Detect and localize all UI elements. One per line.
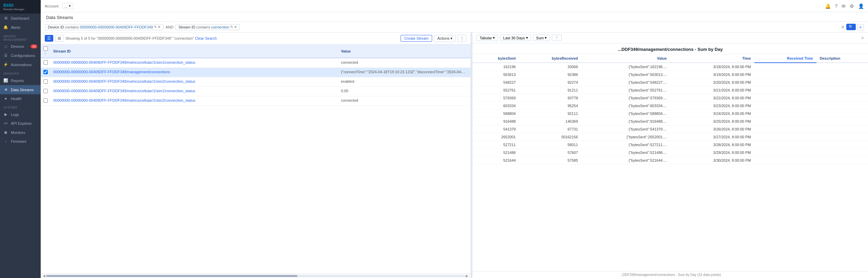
- description-cell: [816, 63, 868, 71]
- right-panel-header: Tabular ▾ Last 30 Days ▾ Sum ▾ ⋮ ×: [472, 33, 868, 43]
- more-options-button[interactable]: ⋮: [458, 35, 466, 42]
- list-view-button[interactable]: ☰: [45, 35, 53, 42]
- filter2-edit-icon[interactable]: ✎: [230, 25, 233, 29]
- sidebar-item-label: Devices: [11, 44, 24, 48]
- tabular-view-button[interactable]: Tabular ▾: [477, 35, 498, 41]
- stream-id-column-header[interactable]: Stream ID: [51, 44, 338, 58]
- metrics-table-row[interactable]: 162196 33066 {"bytesSent":162196.... 3/1…: [472, 63, 868, 71]
- clear-link[interactable]: Clear: [195, 36, 204, 40]
- bytes-received-cell: 93778: [519, 94, 581, 102]
- help-icon[interactable]: ?: [835, 3, 837, 9]
- filter-remove-icon[interactable]: ✕: [158, 25, 160, 29]
- filter-pill-device-id[interactable]: Device ID contains 00000000-00000000-004…: [45, 24, 163, 30]
- sidebar-item-health[interactable]: ♥ Health: [0, 94, 41, 103]
- user-icon[interactable]: 👤: [858, 3, 864, 9]
- sum-button[interactable]: Sum ▾: [533, 35, 550, 41]
- description-cell: [816, 133, 868, 141]
- search-link[interactable]: Search: [205, 36, 217, 40]
- bytes-received-cell: 57607: [519, 149, 581, 157]
- stream-id-cell[interactable]: 00000000-00000000-00409DFF-FFDDF349/metr…: [51, 96, 338, 106]
- sidebar-item-logs[interactable]: ▶ Logs: [0, 110, 41, 119]
- stream-id-cell[interactable]: 00000000-00000000-00409DFF-FFDDF349/metr…: [51, 87, 338, 96]
- description-cell: [816, 86, 868, 94]
- table-row[interactable]: 00000000-00000000-00409DFF-FFDDF349/metr…: [41, 58, 470, 68]
- col-header-description[interactable]: Description: [816, 54, 868, 63]
- messages-icon[interactable]: ✉: [842, 3, 846, 9]
- filter-pill-stream-id[interactable]: Stream ID contains connection ✎ ✕: [175, 24, 240, 30]
- metrics-table-row[interactable]: 521644 57585 {"bytesSent":521644.... 3/3…: [472, 157, 868, 164]
- table-row[interactable]: 00000000-00000000-00409DFF-FFDDF349/metr…: [41, 77, 470, 87]
- table-row[interactable]: 00000000-00000000-00409DFF-FFDDF349/metr…: [41, 87, 470, 96]
- filter-edit-icon[interactable]: ✎: [154, 25, 157, 29]
- metrics-table-row[interactable]: 541379 67731 {"bytesSent":541379.... 3/2…: [472, 125, 868, 133]
- col-header-bytesSent[interactable]: bytesSent: [472, 54, 519, 63]
- table-row[interactable]: 00000000-00000000-00409DFF-FFDDF349/metr…: [41, 96, 470, 106]
- date-range-button[interactable]: Last 30 Days ▾: [500, 35, 531, 41]
- stream-id-cell[interactable]: 00000000-00000000-00409DFF-FFDDF349/mana…: [51, 68, 338, 77]
- right-panel-more-button[interactable]: ⋮: [552, 35, 562, 41]
- metrics-table-row[interactable]: 579369 93778 {"bytesSent":579369.... 3/2…: [472, 94, 868, 102]
- description-cell: [816, 157, 868, 164]
- select-all-checkbox[interactable]: [43, 46, 48, 51]
- bytes-received-cell: 91211: [519, 86, 581, 94]
- grid-view-button[interactable]: ⊞: [55, 35, 63, 42]
- devices-badge: 33: [31, 44, 37, 48]
- row-checkbox[interactable]: [43, 70, 48, 74]
- metrics-table-row[interactable]: 563013 92386 {"bytesSent":563013.... 3/1…: [472, 71, 868, 79]
- filter-search-button[interactable]: 🔍: [846, 24, 856, 30]
- sidebar-item-api-explorer[interactable]: </> API Explorer: [0, 119, 41, 128]
- metrics-table-row[interactable]: 552761 91211 {"bytesSent":552761.... 3/2…: [472, 86, 868, 94]
- create-stream-button[interactable]: Create Stream: [401, 35, 432, 42]
- scroll-right-arrow[interactable]: ▶: [465, 274, 469, 278]
- row-checkbox[interactable]: [43, 60, 48, 65]
- metrics-table-row[interactable]: 603334 95254 {"bytesSent":603334.... 3/2…: [472, 102, 868, 110]
- sidebar-item-configurations[interactable]: ☰ Configurations: [0, 51, 41, 60]
- row-checkbox[interactable]: [43, 79, 48, 84]
- stream-id-cell[interactable]: 00000000-00000000-00409DFF-FFDDF349/metr…: [51, 58, 338, 68]
- scroll-left-arrow[interactable]: ◀: [42, 274, 46, 278]
- metrics-table-row[interactable]: 521486 57607 {"bytesSent":521486.... 3/2…: [472, 149, 868, 157]
- filter2-remove-icon[interactable]: ✕: [234, 25, 237, 29]
- col-header-bytesReceived[interactable]: bytesReceived: [519, 54, 581, 63]
- horizontal-scrollbar[interactable]: ◀ ▶: [41, 273, 470, 278]
- sidebar-item-dashboard[interactable]: ⊞ Dashboard: [0, 14, 41, 23]
- value-cell: {"bytesSent":521644....: [581, 157, 670, 164]
- value-column-header[interactable]: Value: [338, 44, 470, 58]
- notifications-icon[interactable]: 🔔: [825, 3, 831, 9]
- metrics-table-row[interactable]: 527211 58011 {"bytesSent":527211.... 3/2…: [472, 141, 868, 149]
- row-checkbox[interactable]: [43, 98, 48, 103]
- col-header-receivedTime[interactable]: Received Time: [754, 54, 816, 63]
- right-panel: Tabular ▾ Last 30 Days ▾ Sum ▾ ⋮ × ...DD…: [472, 33, 868, 278]
- col-header-time[interactable]: Time: [670, 54, 754, 63]
- logs-icon: ▶: [3, 112, 8, 117]
- time-cell: 3/28/2024, 8:00:00 PM: [670, 141, 754, 149]
- metrics-table-row[interactable]: 2652001 50162156 {"bytesSent":2652001...…: [472, 133, 868, 141]
- metrics-table-row[interactable]: 916488 146369 {"bytesSent":916488.... 3/…: [472, 118, 868, 125]
- settings-icon[interactable]: ⚙: [850, 3, 854, 9]
- sidebar-item-firmware[interactable]: ↑ Firmware: [0, 137, 41, 146]
- sidebar-item-monitors[interactable]: ◉ Monitors: [0, 128, 41, 137]
- filter-clear-button[interactable]: ✕: [841, 24, 845, 30]
- metrics-table-row[interactable]: 588804 92111 {"bytesSent":588804.... 3/2…: [472, 110, 868, 118]
- filter-op-label: contains: [65, 25, 79, 29]
- sidebar-item-devices[interactable]: □ Devices 33: [0, 42, 41, 51]
- sidebar-item-label: API Explorer: [11, 121, 32, 125]
- scroll-thumb[interactable]: [46, 275, 297, 277]
- sidebar-item-reports[interactable]: 📊 Reports: [0, 76, 41, 85]
- account-selector[interactable]: ... ▾: [62, 3, 73, 9]
- metrics-table-row[interactable]: 548227 92274 {"bytesSent":548227.... 3/2…: [472, 79, 868, 86]
- main-content: Account: ... ▾ 🔔 ? ✉ ⚙ 👤 Data Streams De…: [41, 0, 868, 278]
- stream-id-cell[interactable]: 00000000-00000000-00409DFF-FFDDF349/metr…: [51, 77, 338, 87]
- bytes-received-cell: 67731: [519, 125, 581, 133]
- row-checkbox[interactable]: [43, 89, 48, 93]
- actions-button[interactable]: Actions ▾: [434, 35, 456, 42]
- sidebar-item-label: Data Streams: [11, 88, 34, 92]
- time-cell: 3/22/2024, 8:00:00 PM: [670, 94, 754, 102]
- sidebar-item-alerts[interactable]: 🔔 Alerts: [0, 23, 41, 32]
- table-row[interactable]: 00000000-00000000-00409DFF-FFDDF349/mana…: [41, 68, 470, 77]
- sidebar-item-automations[interactable]: ⚡ Automations: [0, 60, 41, 69]
- filter-columns-button[interactable]: ≡: [857, 24, 864, 30]
- right-panel-close-button[interactable]: ×: [861, 35, 864, 41]
- sidebar-item-datastreams[interactable]: ≋ Data Streams: [0, 85, 41, 94]
- col-header-value[interactable]: Value: [581, 54, 670, 63]
